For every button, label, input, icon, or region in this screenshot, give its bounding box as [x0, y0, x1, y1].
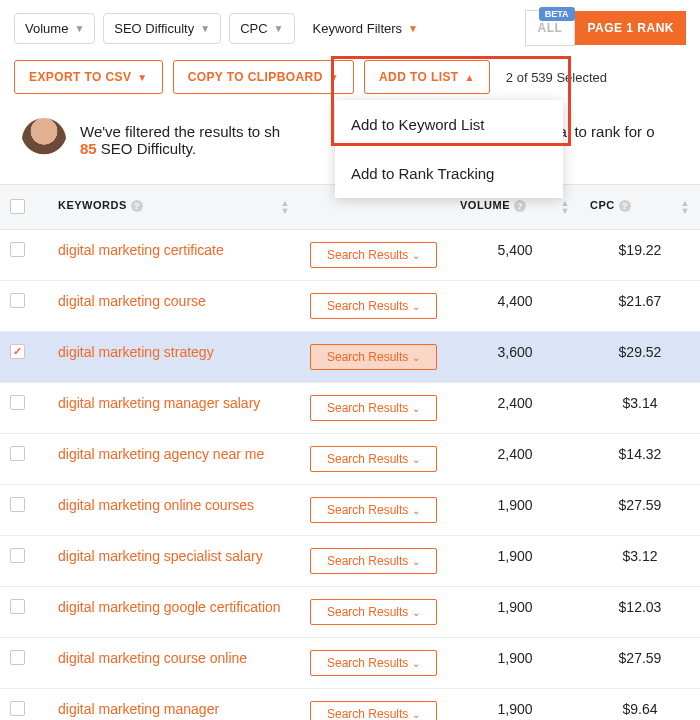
keyword-link[interactable]: digital marketing manager	[58, 701, 219, 717]
row-checkbox[interactable]	[10, 446, 25, 461]
selection-count: 2 of 539 Selected	[506, 70, 607, 85]
table-row: digital marketing manager salarySearch R…	[0, 383, 700, 434]
search-results-button[interactable]: Search Results ⌄	[310, 344, 437, 370]
cpc-cell: $3.12	[580, 536, 700, 587]
keyword-link[interactable]: digital marketing course	[58, 293, 206, 309]
checkbox-all[interactable]	[10, 199, 25, 214]
table-row: digital marketing specialist salarySearc…	[0, 536, 700, 587]
table-row: digital marketing managerSearch Results …	[0, 689, 700, 720]
chevron-down-icon: ⌄	[412, 607, 420, 618]
help-icon[interactable]: ?	[619, 200, 631, 212]
keyword-link[interactable]: digital marketing course online	[58, 650, 247, 666]
chevron-down-icon: ⌄	[412, 556, 420, 567]
keyword-link[interactable]: digital marketing strategy	[58, 344, 214, 360]
chevron-down-icon: ▼	[274, 23, 284, 34]
volume-cell: 1,900	[450, 485, 580, 536]
cpc-cell: $3.14	[580, 383, 700, 434]
chevron-down-icon: ⌄	[412, 301, 420, 312]
chevron-down-icon: ▼	[200, 23, 210, 34]
tab-page1-rankings[interactable]: PAGE 1 RANK	[575, 11, 686, 45]
keyword-link[interactable]: digital marketing google certification	[58, 599, 281, 615]
keyword-filters[interactable]: Keyword Filters▼	[303, 14, 428, 43]
menu-add-rank-tracking[interactable]: Add to Rank Tracking	[335, 149, 563, 198]
keyword-link[interactable]: digital marketing manager salary	[58, 395, 260, 411]
keyword-link[interactable]: digital marketing agency near me	[58, 446, 264, 462]
search-results-button[interactable]: Search Results ⌄	[310, 395, 437, 421]
search-results-button[interactable]: Search Results ⌄	[310, 293, 437, 319]
chevron-up-icon: ▲	[465, 72, 475, 83]
cpc-cell: $29.52	[580, 332, 700, 383]
row-checkbox[interactable]	[10, 242, 25, 257]
table-row: digital marketing agency near meSearch R…	[0, 434, 700, 485]
search-results-button[interactable]: Search Results ⌄	[310, 548, 437, 574]
volume-cell: 1,900	[450, 536, 580, 587]
cpc-cell: $27.59	[580, 638, 700, 689]
menu-add-keyword-list[interactable]: Add to Keyword List	[335, 100, 563, 149]
row-checkbox[interactable]	[10, 293, 25, 308]
col-cpc[interactable]: CPC?▲▼	[580, 184, 700, 230]
cpc-cell: $14.32	[580, 434, 700, 485]
chevron-down-icon: ▼	[329, 72, 339, 83]
row-checkbox[interactable]	[10, 395, 25, 410]
filter-cpc[interactable]: CPC▼	[229, 13, 294, 44]
volume-cell: 4,400	[450, 281, 580, 332]
chevron-down-icon: ▼	[137, 72, 147, 83]
cpc-cell: $19.22	[580, 230, 700, 281]
add-to-list-button[interactable]: ADD TO LIST▲	[364, 60, 490, 94]
sort-icon[interactable]: ▲▼	[281, 199, 290, 215]
row-checkbox[interactable]	[10, 701, 25, 716]
table-row: digital marketing certificateSearch Resu…	[0, 230, 700, 281]
help-icon[interactable]: ?	[514, 200, 526, 212]
volume-cell: 5,400	[450, 230, 580, 281]
cpc-cell: $9.64	[580, 689, 700, 720]
beta-badge: BETA	[539, 7, 575, 21]
volume-cell: 1,900	[450, 638, 580, 689]
cpc-cell: $21.67	[580, 281, 700, 332]
row-checkbox[interactable]	[10, 650, 25, 665]
chevron-down-icon: ⌄	[412, 658, 420, 669]
keyword-link[interactable]: digital marketing online courses	[58, 497, 254, 513]
add-to-list-menu: Add to Keyword List Add to Rank Tracking	[335, 100, 563, 198]
filter-volume[interactable]: Volume▼	[14, 13, 95, 44]
table-row: digital marketing courseSearch Results ⌄…	[0, 281, 700, 332]
chevron-down-icon: ▼	[408, 23, 418, 34]
table-row: digital marketing google certificationSe…	[0, 587, 700, 638]
search-results-button[interactable]: Search Results ⌄	[310, 446, 437, 472]
chevron-down-icon: ⌄	[412, 250, 420, 261]
row-checkbox[interactable]	[10, 497, 25, 512]
help-icon[interactable]: ?	[131, 200, 143, 212]
sort-icon[interactable]: ▲▼	[681, 199, 690, 215]
cpc-cell: $27.59	[580, 485, 700, 536]
table-row: digital marketing strategySearch Results…	[0, 332, 700, 383]
sort-icon[interactable]: ▲▼	[561, 199, 570, 215]
cpc-cell: $12.03	[580, 587, 700, 638]
avatar	[22, 118, 66, 162]
col-keywords[interactable]: KEYWORDS?▲▼	[48, 184, 300, 230]
search-results-button[interactable]: Search Results ⌄	[310, 701, 437, 720]
volume-cell: 2,400	[450, 383, 580, 434]
chevron-down-icon: ⌄	[412, 454, 420, 465]
chevron-down-icon: ⌄	[412, 709, 420, 720]
search-results-button[interactable]: Search Results ⌄	[310, 650, 437, 676]
search-results-button[interactable]: Search Results ⌄	[310, 497, 437, 523]
chevron-down-icon: ▼	[74, 23, 84, 34]
filter-seo-difficulty[interactable]: SEO Difficulty▼	[103, 13, 221, 44]
copy-clipboard-button[interactable]: COPY TO CLIPBOARD▼	[173, 60, 354, 94]
volume-cell: 3,600	[450, 332, 580, 383]
chevron-down-icon: ⌄	[412, 403, 420, 414]
volume-cell: 2,400	[450, 434, 580, 485]
keyword-link[interactable]: digital marketing specialist salary	[58, 548, 263, 564]
chevron-down-icon: ⌄	[412, 505, 420, 516]
row-checkbox[interactable]	[10, 344, 25, 359]
volume-cell: 1,900	[450, 587, 580, 638]
table-row: digital marketing online coursesSearch R…	[0, 485, 700, 536]
row-checkbox[interactable]	[10, 599, 25, 614]
chevron-down-icon: ⌄	[412, 352, 420, 363]
search-results-button[interactable]: Search Results ⌄	[310, 242, 437, 268]
row-checkbox[interactable]	[10, 548, 25, 563]
export-csv-button[interactable]: EXPORT TO CSV▼	[14, 60, 163, 94]
volume-cell: 1,900	[450, 689, 580, 720]
search-results-button[interactable]: Search Results ⌄	[310, 599, 437, 625]
table-row: digital marketing course onlineSearch Re…	[0, 638, 700, 689]
keyword-link[interactable]: digital marketing certificate	[58, 242, 224, 258]
